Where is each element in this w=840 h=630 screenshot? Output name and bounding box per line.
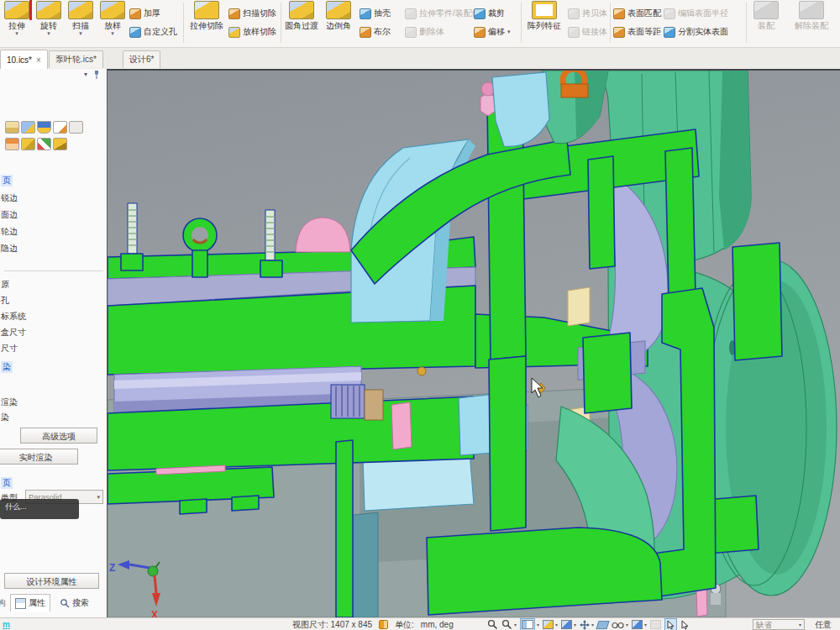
chevron-down-icon[interactable]: ▾ [644, 622, 647, 627]
surface-match-label: 表面匹配 [627, 8, 661, 19]
pin-icon[interactable] [93, 70, 100, 79]
axis-z-label: Z [109, 562, 115, 574]
chevron-down-icon[interactable]: ▾ [97, 491, 100, 504]
chevron-down-icon[interactable]: ▾ [537, 622, 539, 627]
3d-viewport[interactable]: Z X [107, 69, 840, 617]
realtime-render-button[interactable]: 实时渲染 [0, 449, 78, 465]
panel-item-info-1[interactable]: 原 [1, 279, 9, 291]
panel-collapse-icon[interactable]: ▾ [84, 71, 87, 78]
axis-triad-icon[interactable] [37, 138, 51, 150]
panel-item-display-header[interactable]: 页 [1, 175, 13, 186]
sweep-button[interactable]: 扫描 ▾ [66, 0, 96, 45]
secondary-cursor-icon[interactable] [680, 620, 690, 630]
panel-item-edge-2[interactable]: 面边 [1, 209, 18, 221]
delete-body-label: 删除体 [419, 26, 444, 38]
tab-properties[interactable]: 属性 [10, 594, 50, 612]
chamfer-button[interactable]: 边倒角 [322, 0, 355, 45]
sweep-cut-icon [228, 8, 240, 19]
chevron-down-icon[interactable]: ▾ [591, 622, 594, 627]
panel-item-render[interactable]: 渲染 [1, 396, 18, 408]
section-view-icon[interactable] [596, 621, 609, 629]
shading-mode-icon[interactable] [561, 620, 572, 629]
zoom-options-icon[interactable] [501, 619, 512, 630]
close-icon[interactable]: × [36, 55, 41, 65]
panel-item-box-size[interactable]: 盒尺寸 [1, 327, 26, 339]
zoom-icon[interactable] [487, 619, 498, 630]
gear-box-icon[interactable] [21, 138, 35, 150]
tab-search[interactable]: 搜索 [55, 595, 93, 612]
boolean-button[interactable]: 布尔 [360, 26, 391, 38]
chevron-down-icon[interactable]: ▾ [626, 622, 628, 627]
tab-structure-fragment[interactable]: 构 [0, 595, 10, 612]
panel-item-info-2[interactable]: 孔 [1, 295, 9, 307]
glasses-icon[interactable] [612, 621, 624, 629]
units-value: mm, deg [421, 620, 454, 629]
panel-kernel-header[interactable]: 页 [1, 477, 13, 489]
chevron-down-icon[interactable]: ▾ [574, 622, 576, 627]
panel-item-edge-3[interactable]: 轮边 [1, 226, 18, 238]
surface-match-button[interactable]: 表面匹配 [613, 8, 661, 19]
shell-button[interactable]: 抽壳 [360, 8, 391, 19]
render-mode-icon[interactable] [543, 620, 554, 629]
loft-cut-button[interactable]: 放样切除 [228, 26, 276, 38]
extrude-button[interactable]: 拉伸 ▾ [2, 0, 32, 45]
trim-button[interactable]: 裁剪 [474, 8, 505, 19]
select-tool-button[interactable] [664, 618, 677, 630]
part-wedge-icon[interactable] [53, 138, 67, 150]
tab-properties-label: 属性 [29, 597, 45, 609]
sweep-cut-label: 扫描切除 [243, 8, 276, 19]
display-cube-icon[interactable] [632, 620, 643, 629]
revolve-label: 旋转 [34, 21, 64, 30]
calculator-icon[interactable] [5, 138, 19, 150]
axis-x-label: X [151, 609, 158, 617]
edit-note-icon[interactable] [53, 121, 67, 134]
tab-doc1[interactable]: 10.ics* × [0, 50, 48, 69]
pattern-feature-button[interactable]: 阵列特征 [523, 0, 565, 45]
chevron-down-icon[interactable]: ▾ [514, 622, 517, 627]
chevron-down-icon[interactable]: ▾ [507, 29, 511, 35]
delete-body-icon [405, 27, 417, 38]
view-pane-toggle[interactable] [520, 618, 535, 630]
blank-note-icon[interactable] [69, 121, 83, 134]
chevron-down-icon[interactable]: ▾ [2, 30, 32, 37]
render-settings-icon[interactable] [5, 121, 19, 134]
panel-item-size[interactable]: 尺寸 [1, 343, 18, 354]
split-solid-surface-button[interactable]: 分割实体表面 [664, 26, 728, 38]
surface-offset-button[interactable]: 表面等距 [613, 26, 661, 38]
extrude-cut-button[interactable]: 拉伸切除 [186, 0, 228, 45]
chevron-down-icon[interactable]: ▾ [34, 30, 64, 37]
panel-item-edge-4[interactable]: 隐边 [1, 243, 18, 255]
sweep-label: 扫描 [66, 21, 96, 30]
move-view-icon[interactable] [580, 620, 590, 630]
chevron-down-icon[interactable]: ▾ [66, 30, 96, 37]
chevron-down-icon[interactable]: ▾ [799, 620, 801, 630]
loft-button[interactable]: 放样 ▾ [97, 0, 128, 45]
properties-panel: ▾ 页 锐边 面边 轮边 隐边 原 孔 标系统 盒尺寸 尺寸 染 渲染 染 高级… [0, 69, 108, 617]
shield-badge-icon[interactable] [37, 121, 51, 134]
cursor-icon [666, 620, 675, 630]
panel-item-coordinate-system[interactable]: 标系统 [1, 311, 26, 323]
tab-doc2[interactable]: 泵叶轮.ics* [49, 50, 103, 68]
advanced-options-button[interactable]: 高级选项 [20, 428, 97, 444]
thicken-button[interactable]: 加厚 [129, 8, 160, 19]
panel-item-render-2[interactable]: 染 [1, 412, 9, 423]
chevron-down-icon[interactable]: ▾ [97, 30, 128, 37]
offset-button[interactable]: 偏移 ▾ [474, 26, 511, 38]
snap-mode-label[interactable]: 任意 [815, 619, 832, 630]
chevron-down-icon[interactable]: ▾ [555, 622, 558, 627]
custom-hole-button[interactable]: 自定义孔 [129, 26, 177, 38]
design-env-properties-button[interactable]: 设计环境属性 [4, 573, 99, 589]
disabled-tool-icon [650, 620, 661, 629]
sweep-cut-button[interactable]: 扫描切除 [228, 8, 276, 19]
panel-item-edge-1[interactable]: 锐边 [1, 192, 18, 204]
selection-filter-select[interactable]: 缺省 ▾ [753, 619, 805, 630]
tab-doc3[interactable]: 设计6* [123, 50, 160, 68]
edit-surface-radius-label: 编辑表面半径 [678, 8, 728, 19]
trim-icon [474, 8, 486, 19]
custom-hole-icon [129, 27, 141, 38]
panel-render-header[interactable]: 染 [1, 361, 13, 373]
revolve-button[interactable]: 旋转 ▾ [34, 0, 64, 45]
scene-config-icon[interactable] [21, 121, 35, 134]
pump-section-model[interactable]: Z X [108, 71, 840, 617]
fillet-button[interactable]: 圆角过渡 [283, 0, 320, 45]
